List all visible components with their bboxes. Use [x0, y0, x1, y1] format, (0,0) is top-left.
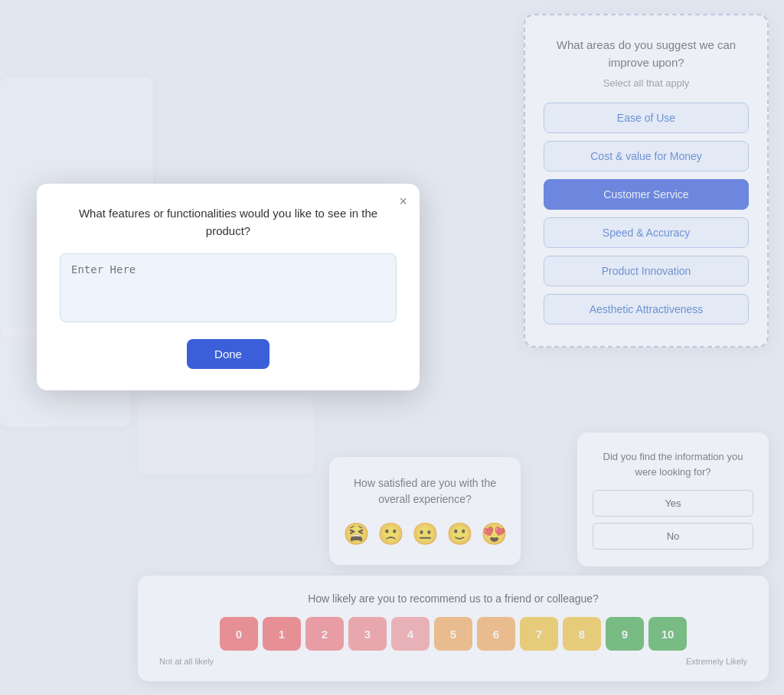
modal-textarea[interactable] — [60, 253, 397, 322]
modal-title: What features or functionalities would y… — [60, 205, 397, 240]
modal-close-button[interactable]: × — [399, 194, 407, 208]
modal-dialog: × What features or functionalities would… — [37, 184, 420, 390]
modal-done-button[interactable]: Done — [187, 339, 270, 369]
canvas: What areas do you suggest we can improve… — [0, 0, 784, 695]
modal-overlay[interactable]: × What features or functionalities would… — [0, 0, 784, 695]
